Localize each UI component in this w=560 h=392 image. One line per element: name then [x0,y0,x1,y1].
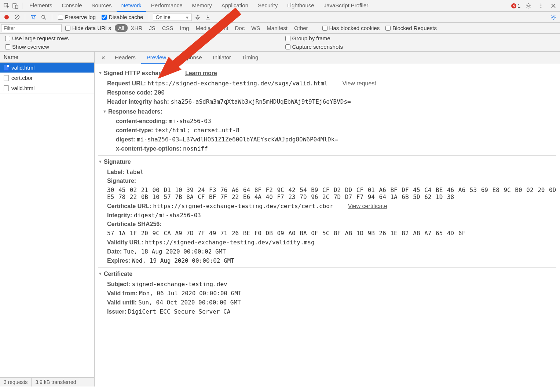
detail-tab-timing[interactable]: Timing [237,52,264,64]
settings-icon[interactable] [524,1,533,10]
filter-pill-xhr[interactable]: XHR [128,24,146,32]
filter-pill-css[interactable]: CSS [159,24,177,32]
capture-screenshots-check[interactable]: Capture screenshots [283,44,557,50]
error-count[interactable]: ✕1 [511,3,520,9]
detail-tab-headers[interactable]: Headers [109,52,141,64]
svg-point-5 [541,5,542,6]
close-details-icon[interactable]: ✕ [98,55,109,61]
response-code-label: Response code: [107,89,153,96]
blocked-requests-check[interactable]: Blocked Requests [383,25,439,31]
name-column-header[interactable]: Name [0,52,94,63]
tab-sources[interactable]: Sources [87,0,117,12]
inspect-icon[interactable] [2,1,11,10]
filter-pill-ws[interactable]: WS [248,24,263,32]
network-conditions-icon[interactable] [193,13,202,22]
request-name: valid.html [11,64,34,71]
request-name: cert.cbor [11,75,33,81]
filter-icon[interactable] [29,13,38,22]
hide-data-urls-check[interactable]: Hide data URLs [63,25,113,31]
preserve-log-check[interactable]: Preserve log [56,14,98,20]
learn-more-link[interactable]: Learn more [185,70,217,76]
filter-pill-media[interactable]: Media [193,24,214,32]
sxg-section-title[interactable]: Signed HTTP exchange [104,70,169,76]
import-har-icon[interactable] [204,13,212,22]
detail-tab-response[interactable]: Response [172,52,208,64]
error-icon: ✕ [511,3,516,8]
signature-section-title[interactable]: Signature [104,159,131,165]
detail-tab-preview[interactable]: Preview [141,52,172,64]
record-button[interactable] [4,15,9,19]
filter-pill-img[interactable]: Img [177,24,193,32]
svg-point-3 [528,5,530,7]
svg-point-4 [541,3,542,4]
status-bar: 3 requests 3.9 kB transferred [0,377,94,387]
throttling-select[interactable]: Online▼ [153,14,191,21]
tab-elements[interactable]: Elements [25,0,57,12]
network-settings-icon[interactable] [549,13,558,22]
response-headers-label[interactable]: Response headers: [108,108,162,115]
header-hash-label: Header integrity hash: [107,99,169,105]
request-name: valid.html [11,85,34,91]
tab-console[interactable]: Console [57,0,87,12]
network-toolbar: Preserve log Disable cache Online▼ [0,12,560,23]
devtools-tabs: ElementsConsoleSourcesNetworkPerformance… [0,0,560,12]
clear-icon[interactable] [12,13,21,22]
header-hash-value: sha256-aSdRm3m7qXtaWb3xjRn5mHDUqEbWAj9t9… [171,98,351,105]
more-icon[interactable] [537,1,545,10]
request-count: 3 requests [0,378,32,387]
preview-content[interactable]: ▼Signed HTTP exchange Learn more Request… [95,64,560,326]
tab-javascript-profiler[interactable]: JavaScript Profiler [319,0,373,12]
large-rows-check[interactable]: Use large request rows [3,35,277,41]
close-icon[interactable] [549,1,558,10]
view-certificate-link[interactable]: View certificate [348,203,387,209]
has-blocked-cookies-check[interactable]: Has blocked cookies [320,25,382,31]
filter-bar: Hide data URLs AllXHRJSCSSImgMediaFontDo… [0,23,560,34]
view-options: Use large request rows Show overview Gro… [0,34,560,52]
cert-sha-bytes: 57 1A 1F 20 9C CA A9 7D 7F 49 71 26 BE F… [98,229,556,238]
view-request-link[interactable]: View request [343,80,376,86]
svg-rect-2 [15,5,18,8]
group-by-frame-check[interactable]: Group by frame [283,35,557,41]
signature-bytes: 30 45 02 21 00 D1 10 39 24 F3 76 A6 64 8… [98,185,556,201]
disable-cache-check[interactable]: Disable cache [99,14,145,20]
response-code-value: 200 [154,89,165,96]
svg-point-6 [541,7,542,8]
device-toggle-icon[interactable] [11,1,20,10]
tab-memory[interactable]: Memory [187,0,217,12]
tab-application[interactable]: Application [217,0,253,12]
certificate-section-title[interactable]: Certificate [104,271,132,277]
svg-line-8 [15,15,19,19]
details-panel: ✕ HeadersPreviewResponseInitiatorTiming … [95,52,560,387]
document-icon [4,75,9,81]
tab-lighthouse[interactable]: Lighthouse [282,0,319,12]
svg-line-10 [45,18,46,19]
svg-point-11 [197,19,198,19]
tab-network[interactable]: Network [117,0,146,12]
search-icon[interactable] [39,13,48,22]
request-url-label: Request URL: [107,80,146,86]
filter-pill-doc[interactable]: Doc [231,24,248,32]
svg-point-9 [42,15,45,18]
filter-pill-font[interactable]: Font [214,24,231,32]
filter-input[interactable] [1,24,62,32]
request-row[interactable]: cert.cbor [0,73,94,83]
filter-pill-manifest[interactable]: Manifest [263,24,291,32]
document-icon [4,65,9,71]
detail-tabs: ✕ HeadersPreviewResponseInitiatorTiming [95,52,560,64]
request-row[interactable]: valid.html [0,63,94,73]
transfer-size: 3.9 kB transferred [32,378,80,387]
show-overview-check[interactable]: Show overview [3,44,277,50]
svg-point-13 [553,16,554,18]
tab-security[interactable]: Security [253,0,282,12]
requests-panel: Name valid.htmlcert.cborvalid.html 3 req… [0,52,95,387]
tab-performance[interactable]: Performance [146,0,187,12]
request-url-value: https://signed-exchange-testing.dev/sxgs… [147,80,327,87]
detail-tab-initiator[interactable]: Initiator [208,52,237,64]
filter-pill-js[interactable]: JS [146,24,159,32]
filter-pill-all[interactable]: All [115,24,128,32]
document-icon [4,85,9,91]
filter-pill-other[interactable]: Other [291,24,311,32]
request-row[interactable]: valid.html [0,83,94,93]
